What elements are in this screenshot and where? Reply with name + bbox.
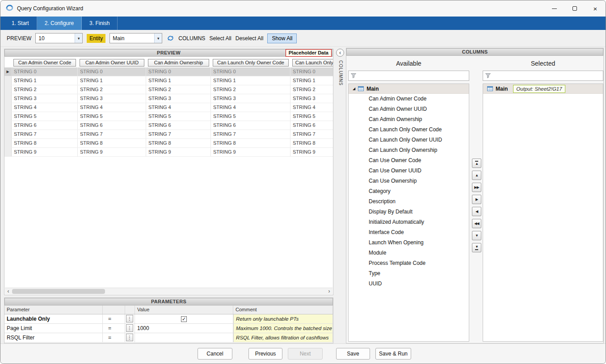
column-header-can-admin-owner-uuid[interactable]: Can Admin Owner UUID bbox=[78, 59, 146, 67]
move-bottom-button[interactable]: ▼ bbox=[472, 243, 481, 252]
refresh-icon[interactable] bbox=[166, 35, 174, 42]
next-button[interactable]: Next bbox=[288, 348, 323, 360]
preview-row[interactable]: ▶STRING 0STRING 0STRING 0STRING 0STRING … bbox=[4, 67, 333, 76]
row-selector[interactable] bbox=[4, 85, 12, 94]
available-item-initialized-automatically[interactable]: Initialized Automatically bbox=[349, 217, 469, 227]
preview-row[interactable]: STRING 4STRING 4STRING 4STRING 4STRING 4 bbox=[4, 103, 333, 112]
move-all-left-button[interactable]: ◀◀ bbox=[472, 219, 481, 228]
preview-horizontal-scrollbar[interactable]: ‹ › bbox=[5, 288, 332, 294]
preview-row[interactable]: STRING 2STRING 2STRING 2STRING 2STRING 2 bbox=[4, 85, 333, 94]
available-item-category[interactable]: Category bbox=[349, 186, 469, 197]
available-item-uuid[interactable]: UUID bbox=[349, 279, 469, 289]
row-selector[interactable] bbox=[4, 139, 12, 147]
preview-cell: STRING 7 bbox=[146, 130, 211, 138]
move-down-button[interactable]: ▼ bbox=[472, 231, 481, 240]
chevron-down-icon[interactable]: ▾ bbox=[154, 33, 162, 43]
preview-cell: STRING 3 bbox=[78, 94, 146, 103]
available-item-can-admin-ownership[interactable]: Can Admin Ownership bbox=[349, 114, 469, 125]
ellipsis-button[interactable]: ⋮ bbox=[126, 324, 133, 332]
selected-root-row[interactable]: Main Output: Sheet2!G17 bbox=[483, 84, 603, 94]
preview-count-dropdown[interactable]: 10 ▾ bbox=[35, 33, 83, 43]
row-selector[interactable] bbox=[4, 112, 12, 121]
preview-row[interactable]: STRING 9STRING 9STRING 9STRING 9STRING 9 bbox=[4, 148, 333, 157]
row-selector[interactable] bbox=[4, 103, 12, 112]
column-header-can-launch-only-owner-uuid[interactable]: Can Launch Only Owner UUID bbox=[290, 59, 333, 67]
move-left-button[interactable]: ◀ bbox=[472, 207, 481, 216]
available-item-display-by-default[interactable]: Display By Default bbox=[349, 207, 469, 217]
column-header-can-launch-only-owner-code[interactable]: Can Launch Only Owner Code bbox=[211, 59, 290, 67]
row-selector[interactable] bbox=[4, 94, 12, 103]
available-item-can-launch-only-owner-code[interactable]: Can Launch Only Owner Code bbox=[349, 125, 469, 135]
preview-row[interactable]: STRING 7STRING 7STRING 7STRING 7STRING 7 bbox=[4, 130, 333, 139]
available-item-interface-code[interactable]: Interface Code bbox=[349, 227, 469, 238]
maximize-button[interactable] bbox=[564, 0, 585, 17]
select-all-button[interactable]: Select All bbox=[209, 35, 231, 42]
move-up-button[interactable]: ▲ bbox=[472, 171, 481, 180]
preview-cell: STRING 8 bbox=[290, 139, 333, 147]
available-item-module[interactable]: Module bbox=[349, 248, 469, 258]
tab-1-start[interactable]: 1. Start bbox=[4, 17, 37, 30]
tab-3-finish[interactable]: 3. Finish bbox=[82, 17, 118, 30]
preview-cell: STRING 1 bbox=[12, 76, 78, 85]
save-button[interactable]: Save bbox=[336, 348, 370, 360]
preview-cell: STRING 4 bbox=[211, 103, 290, 112]
available-item-can-use-owner-uuid[interactable]: Can Use Owner UUID bbox=[349, 166, 469, 176]
entity-value: Main bbox=[110, 35, 154, 42]
preview-row[interactable]: STRING 3STRING 3STRING 3STRING 3STRING 3 bbox=[4, 94, 333, 103]
expander-icon[interactable]: ◢ bbox=[353, 87, 355, 91]
available-item-can-use-owner-code[interactable]: Can Use Owner Code bbox=[349, 155, 469, 166]
available-item-can-admin-owner-code[interactable]: Can Admin Owner Code bbox=[349, 94, 469, 104]
cancel-button[interactable]: Cancel bbox=[198, 348, 232, 360]
preview-row[interactable]: STRING 8STRING 8STRING 8STRING 8STRING 8 bbox=[4, 139, 333, 148]
available-item-can-admin-owner-uuid[interactable]: Can Admin Owner UUID bbox=[349, 104, 469, 114]
available-item-type[interactable]: Type bbox=[349, 268, 469, 279]
available-item-description[interactable]: Description bbox=[349, 197, 469, 207]
chevron-down-icon[interactable]: ▾ bbox=[75, 33, 82, 43]
available-title: Available bbox=[348, 60, 469, 67]
available-item-launch-when-opening[interactable]: Launch When Opening bbox=[349, 238, 469, 248]
row-selector[interactable] bbox=[4, 76, 12, 85]
preview-row[interactable]: STRING 5STRING 5STRING 5STRING 5STRING 5 bbox=[4, 112, 333, 121]
preview-cell: STRING 9 bbox=[146, 148, 211, 156]
preview-cell: STRING 2 bbox=[211, 85, 290, 94]
show-all-button[interactable]: Show All bbox=[267, 33, 297, 43]
available-item-can-launch-only-ownership[interactable]: Can Launch Only Ownership bbox=[349, 145, 469, 155]
preview-cell: STRING 2 bbox=[290, 85, 333, 94]
close-button[interactable]: × bbox=[585, 0, 606, 17]
available-item-process-template-code[interactable]: Process Template Code bbox=[349, 258, 469, 268]
column-header-can-admin-ownership[interactable]: Can Admin Ownership bbox=[146, 59, 211, 67]
ellipsis-button[interactable]: ⋮ bbox=[126, 334, 133, 341]
entity-dropdown[interactable]: Main ▾ bbox=[109, 33, 162, 43]
available-item-can-use-ownership[interactable]: Can Use Ownership bbox=[349, 176, 469, 186]
move-top-button[interactable]: ▲ bbox=[472, 159, 481, 168]
row-selector[interactable]: ▶ bbox=[4, 67, 12, 76]
parameter-value[interactable] bbox=[135, 333, 233, 342]
filter-icon[interactable] bbox=[483, 73, 493, 78]
tab-2-configure[interactable]: 2. Configure bbox=[37, 17, 82, 30]
selected-filter-input[interactable] bbox=[483, 71, 603, 81]
column-header-can-admin-owner-code[interactable]: Can Admin Owner Code bbox=[12, 59, 78, 67]
save-and-run-button[interactable]: Save & Run bbox=[375, 348, 411, 360]
preview-row[interactable]: STRING 1STRING 1STRING 1STRING 1STRING 1 bbox=[4, 76, 333, 85]
row-selector[interactable] bbox=[4, 148, 12, 156]
scrollbar-thumb[interactable] bbox=[12, 289, 105, 294]
move-all-right-button[interactable]: ▶▶ bbox=[472, 183, 481, 192]
available-filter-input[interactable] bbox=[348, 71, 469, 81]
available-item-can-launch-only-owner-uuid[interactable]: Can Launch Only Owner UUID bbox=[349, 135, 469, 145]
row-selector[interactable] bbox=[4, 121, 12, 130]
scroll-left-icon[interactable]: ‹ bbox=[5, 288, 12, 294]
ellipsis-button[interactable]: ⋮ bbox=[126, 315, 133, 322]
move-right-button[interactable]: ▶ bbox=[472, 195, 481, 204]
parameter-value[interactable]: ✓ bbox=[135, 314, 233, 323]
deselect-all-button[interactable]: Deselect All bbox=[236, 35, 264, 42]
filter-icon[interactable] bbox=[349, 73, 358, 78]
parameter-value[interactable]: 1000 bbox=[135, 324, 233, 333]
parameter-checkbox[interactable]: ✓ bbox=[181, 316, 187, 322]
available-root-row[interactable]: ◢ Main bbox=[349, 84, 469, 94]
minimize-button[interactable] bbox=[544, 0, 564, 17]
scroll-right-icon[interactable]: › bbox=[326, 288, 332, 294]
collapse-columns-button[interactable]: ‹ bbox=[336, 49, 344, 57]
preview-row[interactable]: STRING 6STRING 6STRING 6STRING 6STRING 6 bbox=[4, 121, 333, 130]
previous-button[interactable]: Previous bbox=[248, 348, 282, 360]
row-selector[interactable] bbox=[4, 130, 12, 138]
